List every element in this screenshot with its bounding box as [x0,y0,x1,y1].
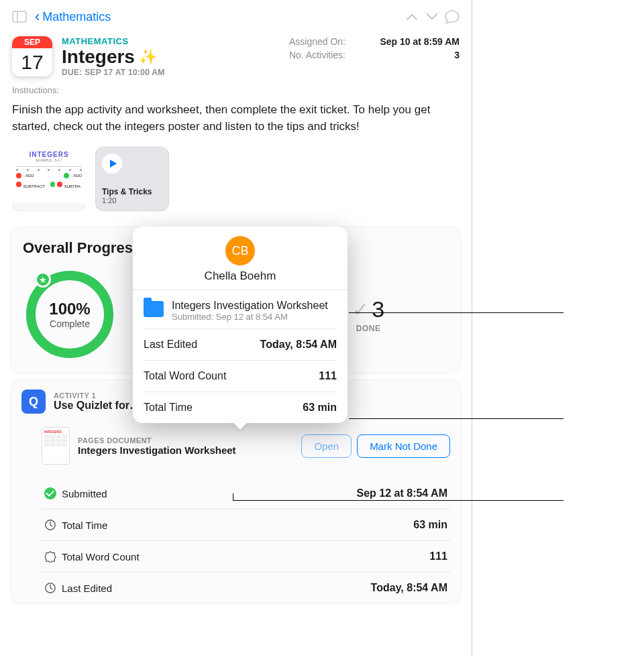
callout-line [349,418,564,419]
instructions-section: Instructions: Finish the app activity an… [0,81,472,143]
student-name: Chella Boehm [205,270,276,283]
back-label: Mathematics [42,10,111,24]
calendar-month: SEP [12,36,52,48]
quizlet-app-icon: Q [21,390,46,414]
clock-icon [44,519,56,531]
activities-count-label: No. Activities: [289,50,345,60]
callout-line [233,493,233,500]
popover-file-title: Integers Investigation Worksheet [172,300,328,312]
app-window: ‹ Mathematics SEP 17 MATHEMATICS Integer… [0,0,472,657]
document-tag: PAGES DOCUMENT [78,436,296,444]
callout-line [349,312,564,313]
poster-attachment[interactable]: INTEGERS EXAMPLE · 3·4·7 · ADD· ADD · SU… [12,147,86,211]
activity-name: Use Quizlet for… [54,400,140,412]
attachments-row: INTEGERS EXAMPLE · 3·4·7 · ADD· ADD · SU… [0,143,472,221]
popover-file-row[interactable]: Integers Investigation Worksheet Submitt… [144,290,337,328]
checkmark-icon: ✓ [352,298,369,321]
chevron-left-icon: ‹ [35,9,40,24]
document-name: Integers Investigation Worksheet [78,444,296,456]
assignment-header: SEP 17 MATHEMATICS Integers ✨ DUE: SEP 1… [0,29,472,81]
instructions-text: Finish the app activity and worksheet, t… [12,102,460,135]
messages-icon[interactable] [442,7,462,27]
stat-done: ✓3 DONE [352,296,384,333]
popover-file-subtitle: Submitted: Sep 12 at 8:54 AM [172,312,328,322]
back-button[interactable]: ‹ Mathematics [35,9,111,24]
student-progress-popover: CB Chella Boehm Integers Investigation W… [133,227,347,423]
subject-label: MATHEMATICS [62,36,289,46]
progress-percent: 100% [49,300,90,318]
popover-last-edited: Last Edited Today, 8:54 AM [144,328,337,360]
callout-line [233,500,564,501]
check-circle-icon [44,487,56,499]
prev-icon[interactable] [402,7,422,27]
progress-complete-label: Complete [50,318,90,329]
poster-title: INTEGERS [16,151,82,158]
assigned-on-value: Sep 10 at 8:59 AM [372,36,460,47]
assignment-title: Integers [62,46,135,68]
next-icon[interactable] [422,7,442,27]
play-icon[interactable] [102,154,122,174]
assignment-meta: Assigned On: Sep 10 at 8:59 AM No. Activ… [289,36,460,77]
svg-rect-0 [13,11,26,22]
total-time-row: Total Time 63 min [42,509,450,540]
instructions-label: Instructions: [12,85,460,95]
document-thumbnail-icon[interactable]: INTEGERS [42,427,70,465]
popover-word-count: Total Word Count 111 [144,360,337,392]
word-count-row: Total Word Count 111 [42,540,450,572]
student-avatar: CB [225,236,255,265]
svg-marker-5 [45,552,56,562]
document-details: Submitted Sep 12 at 8:54 AM Total Time 6… [42,478,450,603]
due-date: DUE: SEP 17 AT 10:00 AM [62,68,289,77]
clock-icon [44,582,56,594]
progress-ring: ★ 100% Complete [23,267,117,361]
audio-duration: 1:20 [102,196,162,204]
sparkle-icon: ✨ [139,48,157,66]
activity-tag: ACTIVITY 1 [54,392,140,400]
last-edited-row: Last Edited Today, 8:54 AM [42,572,450,603]
assigned-on-label: Assigned On: [289,36,345,47]
audio-attachment[interactable]: Tips & Tricks 1:20 [95,147,169,211]
popover-total-time: Total Time 63 min [144,392,337,423]
calendar-day: 17 [12,48,52,76]
calendar-icon: SEP 17 [12,36,52,76]
open-button[interactable]: Open [301,434,352,458]
nav-bar: ‹ Mathematics [0,0,472,29]
audio-title: Tips & Tricks [102,187,162,196]
badge-icon [44,550,56,562]
folder-icon [144,301,164,317]
submitted-row: Submitted Sep 12 at 8:54 AM [42,478,450,509]
sidebar-toggle-icon[interactable] [9,7,30,27]
activities-count-value: 3 [372,50,460,60]
mark-not-done-button[interactable]: Mark Not Done [357,434,450,458]
